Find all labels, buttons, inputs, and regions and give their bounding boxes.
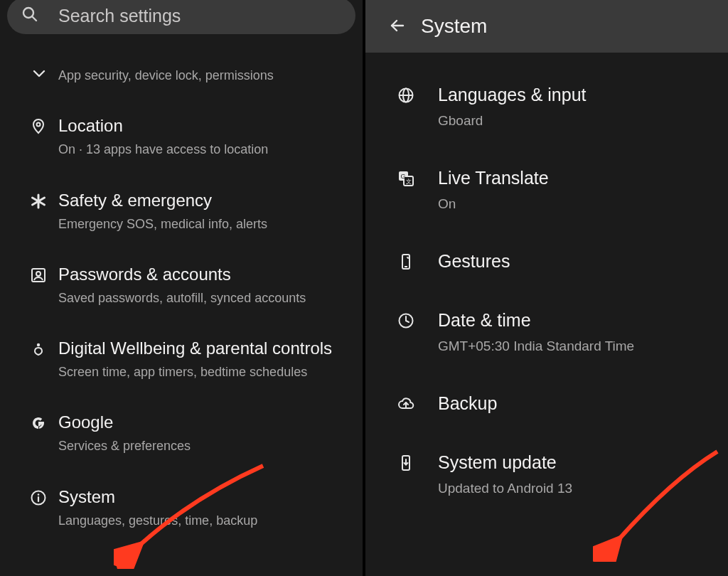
item-subtitle: Languages, gestures, time, backup	[58, 512, 346, 529]
item-subtitle: Gboard	[438, 112, 711, 130]
settings-list: App security, device lock, permissions L…	[0, 34, 363, 545]
settings-item-wellbeing[interactable]: Digital Wellbeing & parental controls Sc…	[0, 322, 363, 396]
item-title: Gestures	[438, 250, 711, 272]
item-subtitle: Saved passwords, autofill, synced accoun…	[58, 289, 346, 306]
item-subtitle: Services & preferences	[58, 437, 346, 454]
account-box-icon	[30, 267, 47, 284]
item-subtitle: Emergency SOS, medical info, alerts	[58, 215, 346, 233]
item-subtitle: Screen time, app timers, bedtime schedul…	[58, 363, 346, 380]
system-pane: System Languages & input Gboard Live Tra…	[364, 0, 728, 576]
item-title: Location	[58, 115, 346, 137]
item-subtitle: On · 13 apps have access to location	[58, 141, 346, 158]
search-bar[interactable]: Search settings	[7, 0, 355, 34]
settings-main-pane: Search settings App security, device loc…	[0, 0, 364, 576]
settings-item-security[interactable]: App security, device lock, permissions	[0, 41, 363, 100]
system-item-system-update[interactable]: System update Updated to Android 13	[365, 433, 728, 516]
phone-download-icon	[397, 454, 416, 473]
cloud-upload-icon	[397, 395, 416, 414]
search-placeholder: Search settings	[58, 6, 181, 26]
item-title: Live Translate	[438, 167, 711, 189]
item-title: System update	[438, 452, 711, 474]
item-title: Backup	[438, 393, 711, 415]
system-item-backup[interactable]: Backup	[365, 374, 728, 433]
wellbeing-icon	[30, 341, 47, 358]
translate-icon	[397, 170, 416, 188]
item-subtitle: GMT+05:30 India Standard Time	[438, 337, 711, 356]
item-subtitle: App security, device lock, permissions	[58, 67, 346, 84]
item-title: Languages & input	[438, 84, 711, 106]
location-pin-icon	[30, 118, 47, 135]
item-title: Date & time	[438, 309, 711, 331]
item-title: Passwords & accounts	[58, 264, 346, 285]
system-list: Languages & input Gboard Live Translate …	[365, 53, 728, 516]
system-item-live-translate[interactable]: Live Translate On	[365, 149, 728, 232]
info-icon	[30, 489, 47, 506]
settings-item-system[interactable]: System Languages, gestures, time, backup	[0, 471, 363, 545]
item-title: System	[58, 486, 346, 508]
chevron-down-icon	[31, 65, 46, 81]
item-title: Digital Wellbeing & parental controls	[58, 338, 346, 359]
clock-icon	[397, 312, 416, 331]
app-bar: System	[365, 0, 728, 53]
settings-item-passwords[interactable]: Passwords & accounts Saved passwords, au…	[0, 248, 363, 322]
phone-gesture-icon	[397, 253, 416, 272]
search-icon	[21, 6, 38, 26]
back-button[interactable]	[380, 17, 417, 36]
settings-item-safety[interactable]: Safety & emergency Emergency SOS, medica…	[0, 174, 363, 248]
item-title: Safety & emergency	[58, 190, 346, 211]
globe-icon	[397, 87, 416, 105]
system-item-languages[interactable]: Languages & input Gboard	[365, 65, 728, 149]
system-item-date-time[interactable]: Date & time GMT+05:30 India Standard Tim…	[365, 291, 728, 374]
app-bar-title: System	[421, 15, 487, 38]
settings-item-google[interactable]: Google Services & preferences	[0, 396, 363, 470]
item-title: Google	[58, 412, 346, 433]
item-subtitle: On	[438, 195, 711, 213]
system-item-gestures[interactable]: Gestures	[365, 232, 728, 291]
asterisk-icon	[30, 193, 47, 210]
google-g-icon	[30, 415, 47, 432]
settings-item-location[interactable]: Location On · 13 apps have access to loc…	[0, 100, 363, 174]
item-subtitle: Updated to Android 13	[438, 479, 711, 498]
